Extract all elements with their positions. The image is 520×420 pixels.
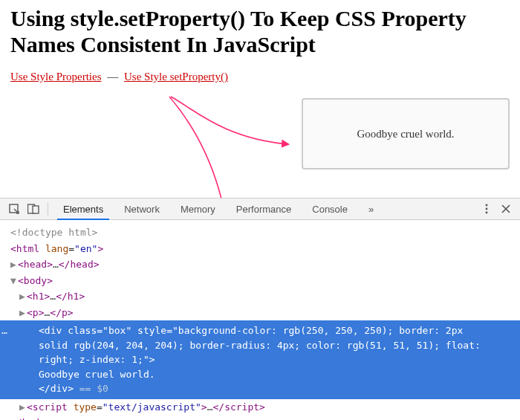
code-head[interactable]: ▶<head>…</head> bbox=[0, 256, 520, 273]
demo-box-text: Goodbye cruel world. bbox=[357, 128, 454, 140]
code-body-open[interactable]: ▼<body> bbox=[0, 273, 520, 289]
sel-line-2: solid rgb(204, 204, 204); border-radius:… bbox=[39, 338, 513, 353]
svg-point-5 bbox=[486, 212, 488, 214]
close-icon[interactable] bbox=[498, 201, 514, 217]
sel-line-1: <div class="box" style="background-color… bbox=[39, 323, 513, 338]
link-separator: — bbox=[104, 71, 121, 83]
svg-point-3 bbox=[486, 204, 488, 207]
inspect-icon[interactable] bbox=[6, 201, 22, 217]
ellipsis-icon: … bbox=[1, 323, 7, 338]
svg-point-4 bbox=[486, 208, 488, 210]
use-style-setproperty-link[interactable]: Use Style setProperty() bbox=[124, 71, 228, 83]
links-row: Use Style Properties — Use Style setProp… bbox=[10, 71, 510, 83]
code-script[interactable]: ▶<script type="text/javascript">…</scrip… bbox=[0, 399, 520, 416]
devtools-panel: Elements Network Memory Performance Cons… bbox=[0, 198, 520, 420]
page-title: Using style.setProperty() To Keep CSS Pr… bbox=[10, 6, 510, 57]
svg-rect-2 bbox=[33, 206, 39, 213]
tab-elements[interactable]: Elements bbox=[53, 198, 114, 219]
elements-tree[interactable]: <!doctype html> <html lang="en"> ▶<head>… bbox=[0, 220, 520, 420]
code-doctype: <!doctype html> bbox=[0, 224, 520, 241]
sel-line-4: Goodbye cruel world. bbox=[39, 367, 513, 382]
code-html-open: <html lang="en"> bbox=[0, 241, 520, 257]
devtools-toolbar: Elements Network Memory Performance Cons… bbox=[0, 198, 520, 220]
sel-line-5: </div> == $0 bbox=[39, 381, 513, 396]
toolbar-divider bbox=[48, 202, 48, 216]
tab-network[interactable]: Network bbox=[114, 198, 170, 219]
code-selected-div[interactable]: … <div class="box" style="background-col… bbox=[0, 320, 520, 399]
use-style-properties-link[interactable]: Use Style Properties bbox=[10, 71, 101, 83]
tab-performance[interactable]: Performance bbox=[226, 198, 302, 219]
tab-overflow[interactable]: » bbox=[358, 198, 384, 219]
code-p[interactable]: ▶<p>…</p> bbox=[0, 305, 520, 321]
demo-box: Goodbye cruel world. bbox=[302, 98, 510, 169]
tab-console[interactable]: Console bbox=[302, 198, 358, 219]
code-h1[interactable]: ▶<h1>…</h1> bbox=[0, 288, 520, 305]
code-body-close: </body> bbox=[0, 415, 520, 420]
tab-memory[interactable]: Memory bbox=[170, 198, 226, 219]
device-toggle-icon[interactable] bbox=[25, 201, 42, 217]
kebab-menu-icon[interactable] bbox=[478, 201, 495, 217]
sel-line-3: right; z-index: 1;"> bbox=[39, 352, 513, 367]
